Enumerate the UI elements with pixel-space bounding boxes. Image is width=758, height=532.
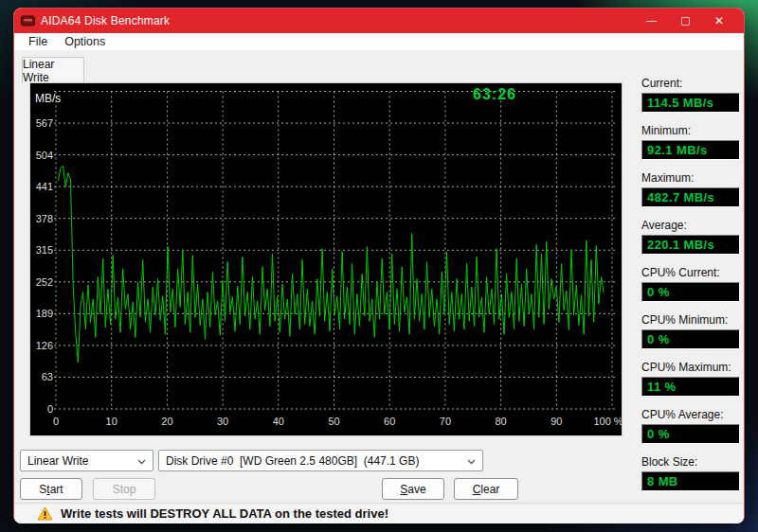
menu-options[interactable]: Options [58, 35, 112, 48]
stat-value: 0 % [641, 282, 740, 302]
svg-text:30: 30 [217, 416, 228, 427]
drive-value: Disk Drive #0 [WD Green 2.5 480GB] (447.… [166, 454, 419, 468]
stat-minimum: Minimum: 92.1 MB/s [641, 124, 740, 160]
stat-label: CPU% Minimum: [641, 313, 740, 327]
stat-label: Average: [641, 219, 740, 232]
stat-cpu-maximum: CPU% Maximum: 11 % [641, 361, 740, 397]
test-type-value: Linear Write [27, 454, 88, 468]
svg-text:0: 0 [53, 416, 59, 427]
drive-select[interactable]: Disk Drive #0 [WD Green 2.5 480GB] (447.… [158, 450, 483, 471]
test-type-select[interactable]: Linear Write [20, 450, 153, 471]
close-button[interactable]: ✕ [702, 9, 736, 33]
stat-average: Average: 220.1 MB/s [641, 219, 740, 255]
stat-value: 0 % [641, 424, 740, 444]
app-icon [21, 15, 35, 27]
elapsed-time: 63:26 [447, 86, 542, 103]
tab-linear-write[interactable]: Linear Write [22, 57, 84, 83]
menu-bar: File Options [14, 33, 744, 51]
stat-label: CPU% Average: [641, 408, 740, 421]
svg-text:378: 378 [36, 213, 53, 224]
maximize-button[interactable] [668, 9, 702, 33]
stat-cpu-average: CPU% Average: 0 % [641, 408, 740, 444]
stat-maximum: Maximum: 482.7 MB/s [641, 171, 740, 207]
start-button[interactable]: Start [20, 478, 82, 500]
save-button[interactable]: Save [382, 478, 444, 500]
stat-value: 0 % [641, 329, 740, 349]
svg-text:252: 252 [36, 276, 53, 288]
stats-panel: Current: 114.5 MB/s Minimum: 92.1 MB/s M… [641, 77, 740, 503]
stat-value: 114.5 MB/s [641, 93, 740, 113]
minimize-icon [646, 21, 657, 22]
svg-text:40: 40 [273, 416, 284, 427]
app-window: AIDA64 Disk Benchmark ✕ File Options Lin… [13, 8, 745, 523]
svg-text:189: 189 [36, 308, 53, 319]
svg-text:20: 20 [161, 416, 172, 427]
stat-value: 482.7 MB/s [641, 187, 740, 207]
svg-text:60: 60 [384, 416, 395, 427]
stop-button[interactable]: Stop [93, 478, 155, 500]
stat-cpu-minimum: CPU% Minimum: 0 % [641, 313, 740, 349]
desktop-background: AIDA64 Disk Benchmark ✕ File Options Lin… [0, 0, 758, 532]
svg-text:90: 90 [550, 416, 562, 427]
stat-label: CPU% Maximum: [641, 361, 740, 374]
chevron-down-icon [467, 459, 476, 465]
svg-text:441: 441 [36, 181, 53, 192]
menu-file[interactable]: File [22, 35, 54, 48]
warning-text: Write tests will DESTROY ALL DATA on the… [61, 506, 388, 521]
maximize-icon [681, 17, 690, 26]
close-icon: ✕ [714, 9, 724, 33]
window-controls: ✕ [634, 9, 736, 33]
svg-text:10: 10 [106, 416, 117, 427]
svg-text:MB/s: MB/s [35, 92, 61, 105]
stat-value: 8 MB [641, 471, 740, 491]
svg-text:70: 70 [440, 416, 451, 427]
svg-text:63: 63 [42, 371, 53, 382]
stat-cpu-current: CPU% Current: 0 % [641, 266, 740, 302]
stat-value: 220.1 MB/s [641, 235, 740, 255]
svg-text:80: 80 [495, 416, 506, 427]
benchmark-chart: 5675044413783152521891266300102030405060… [29, 82, 623, 436]
chevron-down-icon [137, 459, 146, 465]
clear-button[interactable]: Clear [454, 478, 518, 500]
stat-label: CPU% Current: [641, 266, 740, 279]
svg-text:504: 504 [36, 150, 53, 161]
tab-label: Linear Write [23, 58, 83, 84]
stat-block-size: Block Size: 8 MB [641, 455, 740, 491]
svg-text:315: 315 [36, 244, 53, 256]
minimize-button[interactable] [634, 9, 668, 33]
window-title: AIDA64 Disk Benchmark [41, 14, 170, 27]
warning-icon [37, 506, 53, 521]
svg-text:126: 126 [36, 340, 53, 351]
svg-text:100 %: 100 % [593, 416, 623, 427]
status-bar: Write tests will DESTROY ALL DATA on the… [14, 503, 744, 523]
stat-current: Current: 114.5 MB/s [641, 77, 740, 113]
throughput-plot: 5675044413783152521891266300102030405060… [30, 83, 623, 437]
stat-value: 92.1 MB/s [641, 140, 740, 160]
stat-value: 11 % [641, 377, 740, 397]
titlebar[interactable]: AIDA64 Disk Benchmark ✕ [14, 9, 744, 33]
stat-label: Minimum: [641, 124, 740, 137]
svg-text:567: 567 [36, 117, 53, 129]
stat-label: Current: [641, 77, 740, 90]
svg-text:50: 50 [328, 416, 339, 427]
stat-label: Maximum: [641, 171, 740, 185]
stat-label: Block Size: [641, 455, 740, 469]
svg-text:0: 0 [47, 403, 53, 415]
